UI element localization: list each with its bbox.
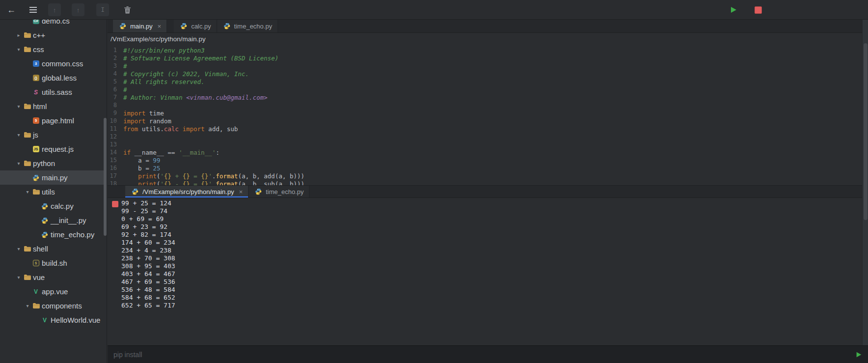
close-icon[interactable]: ×	[239, 188, 243, 195]
editor-tab-main.py[interactable]: main.py×	[113, 20, 167, 32]
chevron-down-icon[interactable]: ▾	[15, 161, 23, 166]
chevron-down-icon[interactable]: ▾	[24, 303, 31, 308]
chevron-down-icon[interactable]: ▾	[15, 275, 23, 280]
tree-file-HelloWorld.vue[interactable]: VHelloWorld.vue	[0, 313, 107, 327]
chevron-down-icon[interactable]: ▾	[15, 104, 23, 109]
tree-file-build.sh[interactable]: $build.sh	[0, 256, 107, 270]
tree-file-main.py[interactable]: main.py	[0, 170, 107, 185]
chevron-down-icon[interactable]: ▾	[15, 246, 23, 251]
trash-icon[interactable]	[120, 0, 135, 20]
command-run-icon[interactable]	[855, 351, 862, 358]
insert-cursor-icon[interactable]: I	[96, 3, 109, 16]
tree-file-utils.sass[interactable]: Sutils.sass	[0, 85, 107, 99]
code-line: 12	[108, 133, 862, 140]
tree-file-demo.cs[interactable]: C#demo.cs	[0, 20, 107, 28]
tree-file-calc.py[interactable]: calc.py	[0, 199, 107, 213]
tree-file-app.vue[interactable]: Vapp.vue	[0, 284, 107, 299]
tree-folder-vue[interactable]: ▾vue	[0, 270, 107, 284]
tree-folder-html[interactable]: ▾html	[0, 99, 107, 113]
tree-folder-components[interactable]: ▾components	[0, 299, 107, 313]
tree-folder-shell[interactable]: ▾shell	[0, 242, 107, 256]
line-number: 8	[108, 102, 123, 109]
tree-item-label: utils	[42, 188, 55, 196]
back-icon[interactable]: ←	[4, 0, 19, 20]
tree-item-label: request.js	[42, 145, 74, 153]
stop-button[interactable]	[751, 0, 765, 20]
tree-file-global.less[interactable]: {}global.less	[0, 71, 107, 85]
tree-item-label: common.css	[42, 59, 83, 68]
line-number: 9	[108, 110, 123, 116]
python-icon	[40, 203, 49, 210]
tree-folder-css[interactable]: ▾css	[0, 42, 107, 56]
arrow-up-icon[interactable]: ↑	[48, 3, 61, 16]
tree-file-common.css[interactable]: 3common.css	[0, 56, 107, 71]
scrollbar-thumb[interactable]	[864, 43, 868, 220]
folder-icon	[23, 132, 31, 138]
output-line: 174 + 60 = 234	[121, 239, 862, 247]
editor-tab-time_echo.py[interactable]: time_echo.py	[217, 20, 278, 32]
output-line: 99 - 25 = 74	[121, 207, 862, 215]
output-line: 536 + 48 = 584	[121, 286, 862, 294]
folder-icon	[23, 246, 31, 252]
chevron-down-icon[interactable]: ▾	[24, 189, 31, 195]
chevron-down-icon[interactable]: ▾	[15, 47, 23, 52]
line-number: 15	[108, 157, 123, 164]
console-output[interactable]: 99 + 25 = 12499 - 25 = 740 + 69 = 6969 +…	[108, 198, 862, 345]
code-line: 9import time	[108, 109, 862, 117]
tree-item-label: page.html	[42, 116, 74, 125]
editor-scrollbar[interactable]	[862, 20, 868, 345]
shell-icon: $	[31, 260, 40, 266]
panel-tab-time_echo.py[interactable]: time_echo.py	[249, 186, 309, 197]
csharp-icon: C#	[31, 20, 40, 24]
code-editor[interactable]: 1#!/usr/bin/env python32# Software Licen…	[108, 45, 862, 185]
run-button[interactable]	[726, 0, 741, 20]
process-stop-icon[interactable]	[112, 201, 118, 207]
css3-icon: 3	[31, 60, 40, 67]
stop-square-icon	[755, 6, 762, 14]
chevron-down-icon[interactable]: ▾	[15, 132, 23, 138]
js-icon: JS	[31, 146, 40, 152]
code-line: 1#!/usr/bin/env python3	[108, 46, 862, 54]
arrow-up-icon-2[interactable]: ↑	[72, 3, 84, 16]
editor-tab-calc.py[interactable]: calc.py	[174, 20, 217, 32]
breadcrumb: /VmExample/src/python/main.py	[108, 33, 862, 45]
line-number: 1	[108, 47, 123, 54]
file-path: /VmExample/src/python/main.py	[111, 35, 206, 43]
vue-icon: V	[31, 288, 40, 295]
line-number: 4	[108, 70, 123, 77]
line-number: 17	[108, 172, 123, 179]
tree-file-page.html[interactable]: 5page.html	[0, 113, 107, 128]
close-icon[interactable]: ×	[158, 23, 162, 30]
line-number: 5	[108, 78, 123, 85]
code-line: 10import random	[108, 117, 862, 125]
tree-item-label: time_echo.py	[51, 230, 94, 239]
command-input[interactable]	[108, 351, 855, 359]
tree-file-__init__.py[interactable]: __init__.py	[0, 213, 107, 227]
code-line: 15 a = 99	[108, 156, 862, 164]
line-number: 13	[108, 141, 123, 148]
sass-icon: S	[31, 89, 40, 96]
line-number: 16	[108, 165, 123, 171]
code-line: 4# Copyright (c) 2022, Vinman, Inc.	[108, 70, 862, 78]
line-number: 3	[108, 62, 123, 69]
tree-file-request.js[interactable]: JSrequest.js	[0, 142, 107, 156]
less-icon: {}	[31, 75, 40, 81]
tree-folder-c++[interactable]: ▸c++	[0, 28, 107, 42]
tree-folder-js[interactable]: ▾js	[0, 128, 107, 142]
sidebar-scrollbar[interactable]	[104, 118, 107, 236]
panel-tabbar: /VmExample/src/python/main.py×time_echo.…	[108, 185, 862, 198]
console-lines: 99 + 25 = 12499 - 25 = 740 + 69 = 6969 +…	[108, 198, 862, 309]
chevron-right-icon[interactable]: ▸	[15, 32, 23, 38]
tab-label: calc.py	[191, 23, 211, 30]
line-number: 10	[108, 117, 123, 124]
python-icon	[31, 174, 40, 181]
panel-tab-/VmExample/src/python/main.py[interactable]: /VmExample/src/python/main.py×	[125, 186, 249, 197]
line-number: 18	[108, 180, 123, 185]
python-file-icon	[131, 188, 140, 195]
menu-icon[interactable]	[26, 0, 40, 20]
tree-folder-utils[interactable]: ▾utils	[0, 185, 107, 199]
tree-file-time_echo.py[interactable]: time_echo.py	[0, 227, 107, 242]
folder-icon	[31, 303, 40, 309]
code-line: 17 print('{} + {} = {}'.format(a, b, add…	[108, 172, 862, 180]
tree-folder-python[interactable]: ▾python	[0, 156, 107, 170]
